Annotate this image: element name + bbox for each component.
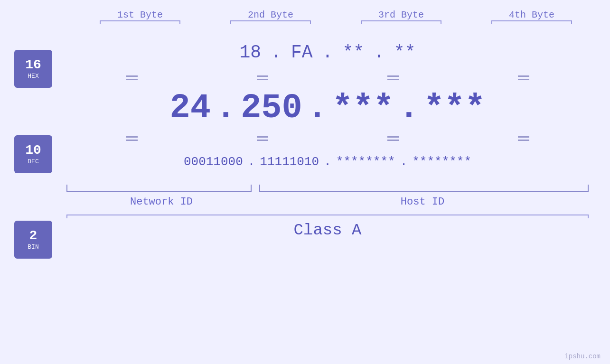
dot-dec-1: . — [216, 89, 236, 128]
class-label: Class A — [66, 221, 589, 239]
dec-badge: 10 DEC — [14, 135, 52, 173]
hex-val-4: ** — [394, 42, 416, 63]
footer-text: ipshu.com — [564, 353, 601, 360]
dec-val-4: *** — [424, 89, 486, 128]
dec-badge-number: 10 — [25, 144, 41, 157]
dec-val-2: 250 — [241, 89, 302, 128]
eq-7 — [334, 136, 452, 141]
eq-8 — [464, 136, 583, 141]
hex-val-2: FA — [291, 42, 313, 63]
class-bracket-section: Class A — [66, 215, 589, 239]
eq-6 — [203, 136, 322, 141]
hex-badge: 16 HEX — [14, 50, 52, 88]
network-bracket — [66, 185, 252, 192]
dot-bin-2: . — [324, 155, 331, 169]
network-id-label: Network ID — [66, 196, 256, 208]
eq-5 — [73, 136, 191, 141]
dot-bin-3: . — [400, 155, 408, 169]
dot-dec-2: . — [307, 89, 328, 128]
dot-hex-1: . — [271, 42, 282, 63]
bin-val-4: ******** — [412, 155, 471, 169]
dec-val-1: 24 — [170, 89, 211, 128]
hex-val-1: 18 — [240, 42, 262, 63]
bin-row: 00011000 . 11111010 . ******** . *******… — [66, 143, 589, 181]
dot-hex-3: . — [374, 42, 385, 63]
header-row: 1st Byte 2nd Byte 3rd Byte 4th Byte — [75, 9, 597, 21]
hex-val-3: ** — [342, 42, 364, 63]
byte-label-4: 4th Byte — [484, 9, 579, 20]
hex-badge-label: HEX — [28, 73, 38, 80]
bracket-section — [66, 185, 589, 196]
host-bracket — [259, 185, 589, 192]
dec-val-3: *** — [332, 89, 394, 128]
eq-3 — [334, 75, 452, 80]
equals-row-2 — [66, 134, 589, 143]
dot-bin-1: . — [248, 155, 255, 169]
bin-badge: 2 BIN — [14, 221, 52, 259]
badges-column: 16 HEX 10 DEC 2 BIN — [0, 31, 66, 259]
bin-val-1: 00011000 — [184, 155, 243, 169]
equals-row-1 — [66, 74, 589, 82]
bin-val-3: ******** — [336, 155, 395, 169]
host-id-label: Host ID — [256, 196, 589, 208]
bin-badge-number: 2 — [29, 229, 38, 243]
values-grid: 18 . FA . ** . ** — [66, 31, 610, 239]
class-bracket-line — [66, 215, 589, 215]
dot-dec-3: . — [399, 89, 419, 128]
bin-badge-label: BIN — [28, 243, 38, 251]
id-labels-row: Network ID Host ID — [66, 196, 589, 208]
main-container: 1st Byte 2nd Byte 3rd Byte 4th Byte 16 H… — [0, 0, 610, 364]
byte-label-2: 2nd Byte — [223, 9, 318, 20]
byte-label-3: 3rd Byte — [354, 9, 449, 20]
dec-row: 24 . 250 . *** . *** — [66, 82, 589, 134]
dot-hex-2: . — [322, 42, 333, 63]
dec-badge-label: DEC — [28, 158, 38, 165]
eq-2 — [203, 75, 322, 80]
hex-badge-number: 16 — [25, 58, 41, 72]
hex-row: 18 . FA . ** . ** — [66, 31, 589, 74]
eq-4 — [464, 75, 583, 80]
content-area: 16 HEX 10 DEC 2 BIN 18 . FA . ** . ** — [0, 31, 610, 364]
eq-1 — [73, 75, 191, 80]
byte-label-1: 1st Byte — [93, 9, 188, 20]
bin-val-2: 11111010 — [260, 155, 319, 169]
